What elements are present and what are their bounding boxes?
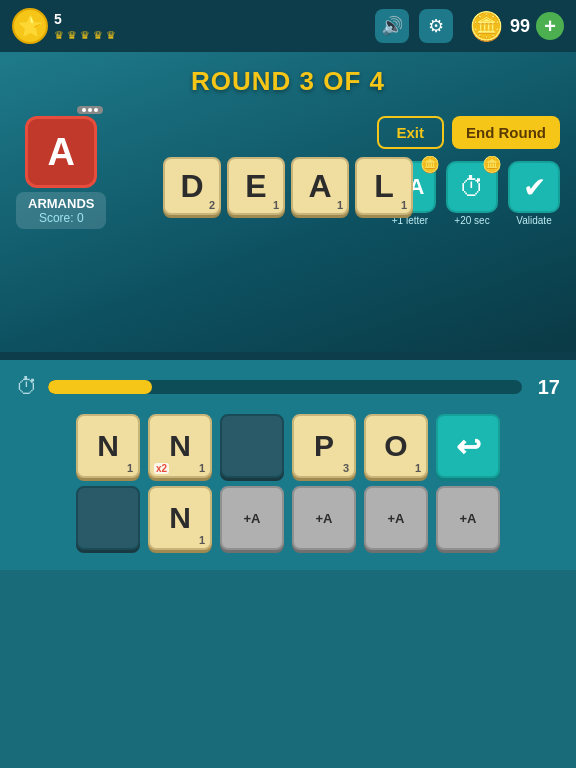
level-container: 5 ♛ ♛ ♛ ♛ ♛ bbox=[54, 11, 116, 42]
sound-button[interactable]: 🔊 bbox=[375, 9, 409, 43]
key-empty-1 bbox=[220, 414, 284, 478]
add-tile-4[interactable]: +A bbox=[436, 486, 500, 550]
word-tile-e[interactable]: E1 bbox=[227, 157, 285, 215]
key-empty-2 bbox=[76, 486, 140, 550]
add-tile-3[interactable]: +A bbox=[364, 486, 428, 550]
player-info-box: ARMANDS Score: 0 bbox=[16, 192, 106, 229]
top-bar: ⭐ 5 ♛ ♛ ♛ ♛ ♛ 🔊 ⚙ 🪙 99 + bbox=[0, 0, 576, 52]
coin-count: 99 bbox=[510, 16, 530, 37]
coins-group: 🪙 99 + bbox=[469, 10, 564, 43]
btn-row: Exit End Round bbox=[377, 116, 561, 149]
powerup-time-coin: 🪙 bbox=[482, 155, 502, 174]
powerup-letter-label: +1 letter bbox=[392, 215, 428, 226]
player-avatar-wrap: A bbox=[25, 116, 97, 188]
powerup-coin-icon: 🪙 bbox=[420, 155, 440, 174]
backspace-button[interactable]: ↩ bbox=[436, 414, 500, 478]
add-tile-2[interactable]: +A bbox=[292, 486, 356, 550]
powerup-time-button[interactable]: ⏱ 🪙 bbox=[446, 161, 498, 213]
word-tile-l[interactable]: L1 bbox=[355, 157, 413, 215]
player-avatar: A bbox=[25, 116, 97, 188]
exit-button[interactable]: Exit bbox=[377, 116, 445, 149]
divider bbox=[0, 352, 576, 360]
timer-row: ⏱ 17 bbox=[16, 374, 560, 400]
crown-row: ♛ ♛ ♛ ♛ ♛ bbox=[54, 29, 116, 42]
word-tile-a[interactable]: A1 bbox=[291, 157, 349, 215]
powerup-time: ⏱ 🪙 +20 sec bbox=[446, 161, 498, 226]
add-tile-1[interactable]: +A bbox=[220, 486, 284, 550]
timer-bar bbox=[48, 380, 152, 394]
key-n3[interactable]: N1 bbox=[148, 486, 212, 550]
star-badge: ⭐ bbox=[12, 8, 48, 44]
keyboard-area: N1 Nx21 P3 O1 ↩ N1 +A +A +A +A bbox=[16, 414, 560, 550]
dots-badge bbox=[77, 106, 103, 114]
level-number: 5 bbox=[54, 11, 116, 27]
key-n2[interactable]: Nx21 bbox=[148, 414, 212, 478]
powerup-time-label: +20 sec bbox=[454, 215, 489, 226]
key-n1[interactable]: N1 bbox=[76, 414, 140, 478]
lower-area: ⏱ 17 N1 Nx21 P3 O1 ↩ N1 +A +A +A +A bbox=[0, 360, 576, 570]
upper-area: ROUND 3 OF 4 A ARMANDS Score: 0 Exit End… bbox=[0, 52, 576, 352]
keyboard-row-2: N1 +A +A +A +A bbox=[16, 486, 560, 550]
powerup-validate-button[interactable]: ✔ bbox=[508, 161, 560, 213]
settings-button[interactable]: ⚙ bbox=[419, 9, 453, 43]
key-o[interactable]: O1 bbox=[364, 414, 428, 478]
coin-icon: 🪙 bbox=[469, 10, 504, 43]
timer-count: 17 bbox=[532, 376, 560, 399]
player-name: ARMANDS bbox=[28, 196, 94, 211]
round-title: ROUND 3 OF 4 bbox=[16, 66, 560, 97]
player-score: Score: 0 bbox=[28, 211, 94, 225]
player-card: A ARMANDS Score: 0 bbox=[16, 116, 106, 229]
timer-bar-wrap bbox=[48, 380, 522, 394]
add-coins-button[interactable]: + bbox=[536, 12, 564, 40]
top-icons: 🔊 ⚙ bbox=[375, 9, 453, 43]
powerup-validate-label: Validate bbox=[516, 215, 551, 226]
key-p[interactable]: P3 bbox=[292, 414, 356, 478]
word-tile-d[interactable]: D2 bbox=[163, 157, 221, 215]
end-round-button[interactable]: End Round bbox=[452, 116, 560, 149]
keyboard-row-1: N1 Nx21 P3 O1 ↩ bbox=[16, 414, 560, 478]
powerup-validate: ✔ Validate bbox=[508, 161, 560, 226]
timer-icon: ⏱ bbox=[16, 374, 38, 400]
